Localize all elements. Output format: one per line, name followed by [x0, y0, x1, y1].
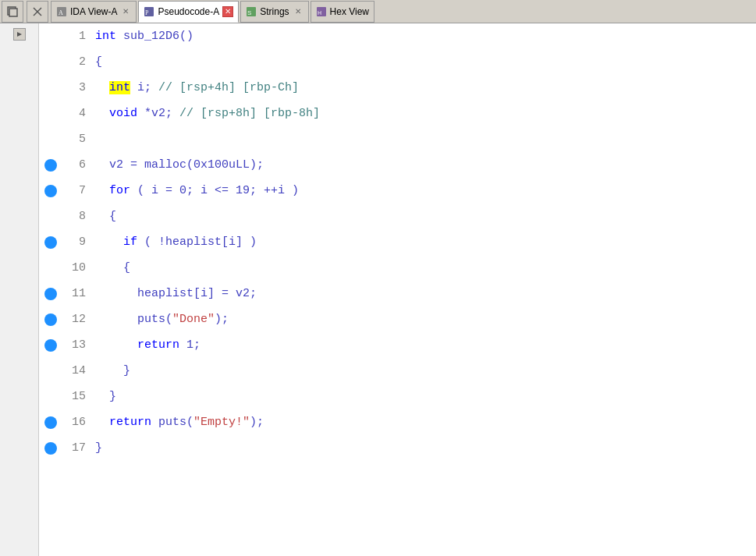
table-row[interactable]: 5 [39, 126, 756, 152]
tab-strings-close[interactable]: ✕ [293, 6, 303, 17]
line-number: 12 [62, 306, 92, 332]
svg-text:P: P [145, 9, 149, 16]
line-number: 7 [62, 178, 92, 204]
breakpoint-dot [44, 416, 57, 429]
tab-ida-view[interactable]: A IDA View-A ✕ [51, 1, 137, 23]
table-row[interactable]: 15 } [39, 384, 756, 409]
breakpoint-dot [44, 185, 57, 197]
line-code: } [92, 435, 102, 461]
line-number: 17 [62, 435, 92, 461]
line-number: 11 [62, 281, 92, 306]
breakpoint-area [39, 442, 62, 455]
line-code: void *v2; // [rsp+8h] [rbp-8h] [92, 101, 320, 126]
breakpoint-area [39, 236, 62, 249]
line-code: { [92, 204, 116, 229]
main-area: 1int sub_12D6()2{3 int i; // [rsp+4h] [r… [0, 23, 756, 556]
table-row[interactable]: 13 return 1; [39, 332, 756, 358]
hex-icon: H [316, 6, 327, 17]
line-code: int i; // [rsp+4h] [rbp-Ch] [92, 75, 299, 101]
code-area: 1int sub_12D6()2{3 int i; // [rsp+4h] [r… [39, 23, 756, 556]
tab-pseudocode[interactable]: P Pseudocode-A ✕ [138, 1, 239, 23]
table-row[interactable]: 3 int i; // [rsp+4h] [rbp-Ch] [39, 75, 756, 101]
tab-ida-view-label: IDA View-A [70, 6, 117, 17]
line-code: } [92, 358, 130, 384]
line-number: 13 [62, 332, 92, 358]
line-code: puts("Done"); [92, 306, 229, 332]
table-row[interactable]: 2{ [39, 49, 756, 75]
table-row[interactable]: 12 puts("Done"); [39, 306, 756, 332]
tab-strings-label: Strings [260, 6, 289, 17]
breakpoint-area [39, 159, 62, 172]
line-code: for ( i = 0; i <= 19; ++i ) [92, 178, 299, 204]
line-code: return puts("Empty!"); [92, 409, 264, 435]
code-content: 1int sub_12D6()2{3 int i; // [rsp+4h] [r… [39, 23, 756, 461]
breakpoint-area [39, 288, 62, 300]
table-row[interactable]: 9 if ( !heaplist[i] ) [39, 229, 756, 255]
breakpoint-area [39, 416, 62, 429]
pseudo-icon: P [144, 6, 154, 17]
tab-pseudocode-close[interactable]: ✕ [222, 6, 233, 17]
svg-text:S: S [247, 9, 251, 16]
line-number: 4 [62, 101, 92, 126]
strings-icon: S [246, 6, 257, 17]
breakpoint-dot [44, 339, 57, 352]
line-number: 10 [62, 255, 92, 281]
left-strip [0, 23, 39, 556]
breakpoint-dot [44, 313, 57, 326]
breakpoint-dot [44, 159, 57, 172]
table-row[interactable]: 17} [39, 435, 756, 461]
breakpoint-area [39, 339, 62, 352]
collapse-button[interactable] [13, 28, 26, 41]
table-row[interactable]: 16 return puts("Empty!"); [39, 409, 756, 435]
tab-strings[interactable]: S Strings ✕ [240, 1, 308, 23]
tab-ida-view-close[interactable]: ✕ [120, 6, 131, 17]
line-code: int sub_12D6() [92, 23, 193, 49]
line-number: 6 [62, 152, 92, 178]
table-row[interactable]: 7 for ( i = 0; i <= 19; ++i ) [39, 178, 756, 204]
table-row[interactable]: 4 void *v2; // [rsp+8h] [rbp-8h] [39, 101, 756, 126]
line-number: 9 [62, 229, 92, 255]
line-code: { [92, 255, 130, 281]
table-row[interactable]: 8 { [39, 204, 756, 229]
undock-button[interactable] [2, 1, 23, 23]
line-number: 8 [62, 204, 92, 229]
svg-text:A: A [59, 9, 63, 16]
line-number: 2 [62, 49, 92, 75]
ida-icon: A [56, 6, 67, 17]
table-row[interactable]: 6 v2 = malloc(0x100uLL); [39, 152, 756, 178]
line-number: 15 [62, 384, 92, 409]
line-code: heaplist[i] = v2; [92, 281, 257, 306]
line-number: 1 [62, 23, 92, 49]
tab-pseudocode-label: Pseudocode-A [158, 6, 219, 17]
breakpoint-dot [44, 288, 57, 300]
line-code: return 1; [92, 332, 201, 358]
table-row[interactable]: 14 } [39, 358, 756, 384]
line-number: 14 [62, 358, 92, 384]
breakpoint-area [39, 185, 62, 197]
breakpoint-dot [44, 442, 57, 455]
tab-hex-view[interactable]: H Hex View [311, 1, 374, 23]
breakpoint-dot [44, 236, 57, 249]
line-code: v2 = malloc(0x100uLL); [92, 152, 264, 178]
close-all-button[interactable] [27, 1, 48, 23]
line-code: { [92, 49, 102, 75]
table-row[interactable]: 11 heaplist[i] = v2; [39, 281, 756, 306]
line-code: } [92, 384, 116, 409]
svg-text:H: H [318, 10, 321, 16]
line-number: 3 [62, 75, 92, 101]
table-row[interactable]: 10 { [39, 255, 756, 281]
svg-marker-12 [17, 32, 22, 37]
table-row[interactable]: 1int sub_12D6() [39, 23, 756, 49]
line-number: 5 [62, 126, 92, 152]
line-code: if ( !heaplist[i] ) [92, 229, 257, 255]
line-number: 16 [62, 409, 92, 435]
svg-rect-1 [9, 9, 17, 16]
tab-bar: A IDA View-A ✕ P Pseudocode-A ✕ S String… [0, 0, 756, 23]
tab-hex-view-label: Hex View [330, 6, 369, 17]
breakpoint-area [39, 313, 62, 326]
